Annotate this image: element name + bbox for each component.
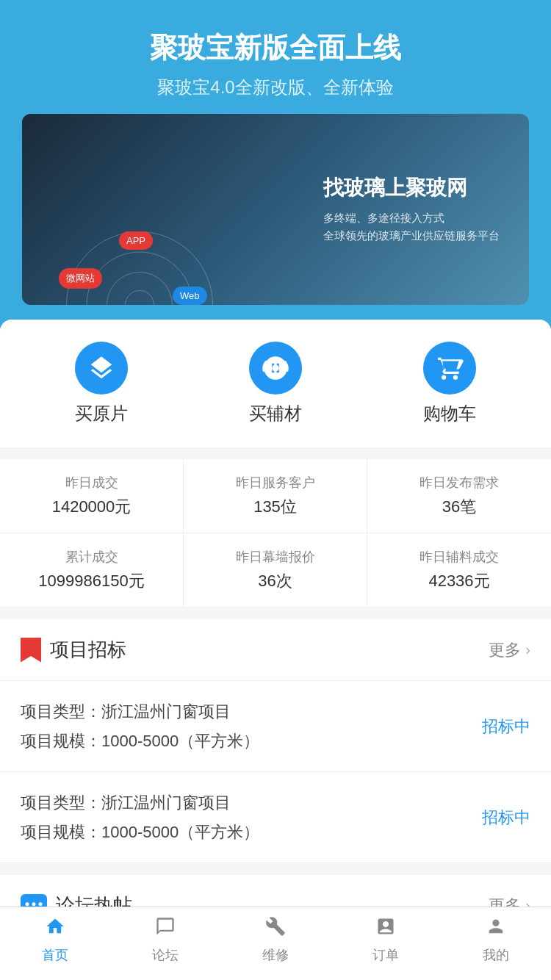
tender-section-title: 项目招标	[21, 637, 126, 663]
stat-5: 昨日辅料成交 42336元	[367, 533, 551, 608]
header-subtitle: 聚玻宝4.0全新改版、全新体验	[15, 76, 536, 99]
action-cart[interactable]: 购物车	[423, 342, 476, 425]
tender-chevron-icon: ›	[525, 641, 530, 658]
nav-forum-label: 论坛	[152, 946, 179, 964]
main-card: 买原片 买辅材 购物车 昨日成交 1420000元	[0, 320, 551, 980]
cart-icon	[423, 342, 476, 394]
stat-1-label: 昨日服务客户	[195, 474, 355, 491]
banner-heading: 找玻璃上聚玻网	[323, 174, 500, 202]
nav-mine[interactable]: 我的	[441, 916, 551, 964]
tender-type-label-1: 项目类型：	[21, 793, 101, 812]
tender-type-value-1: 浙江温州门窗项目	[101, 793, 231, 812]
tender-scale-label-1: 项目规模：	[21, 823, 101, 841]
svg-point-0	[272, 364, 279, 372]
forum-icon	[155, 916, 176, 942]
tender-scale-value-0: 1000-5000（平方米）	[101, 732, 259, 750]
quick-actions: 买原片 买辅材 购物车	[0, 320, 551, 447]
stat-5-label: 昨日辅料成交	[379, 548, 539, 566]
tender-scale-value-1: 1000-5000（平方米）	[101, 823, 259, 841]
nav-order-label: 订单	[372, 946, 399, 964]
nav-order[interactable]: 订单	[331, 916, 441, 964]
nav-forum[interactable]: 论坛	[110, 916, 220, 964]
stat-0-label: 昨日成交	[12, 474, 171, 491]
tender-type-label-0: 项目类型：	[21, 702, 101, 721]
action-buy-material[interactable]: 买辅材	[249, 342, 302, 425]
tender-info-1: 项目类型：浙江温州门窗项目 项目规模：1000-5000（平方米）	[21, 788, 259, 846]
tender-type-value-0: 浙江温州门窗项目	[101, 702, 231, 721]
layers-icon	[75, 342, 128, 394]
banner-text: 找玻璃上聚玻网 多终端、多途径接入方式 全球领先的玻璃产业供应链服务平台	[323, 174, 500, 245]
nav-mine-label: 我的	[483, 946, 509, 964]
broadcast-icon	[249, 342, 302, 394]
header: 聚玻宝新版全面上线 聚玻宝4.0全新改版、全新体验	[0, 0, 551, 114]
nav-home[interactable]: 首页	[0, 916, 110, 964]
tender-status-0: 招标中	[482, 716, 530, 738]
tender-more-link[interactable]: 更多 ›	[489, 639, 530, 661]
stat-4-label: 昨日幕墙报价	[195, 548, 355, 566]
user-icon	[486, 916, 506, 942]
bookmark-icon	[21, 638, 41, 663]
header-title: 聚玻宝新版全面上线	[15, 29, 536, 67]
nav-repair[interactable]: 维修	[220, 916, 331, 964]
banner: APP 微网站 推广 Web 开发 找玻璃上聚玻网 多终端、多途径接入方式 全球…	[22, 114, 529, 305]
tender-scale-label-0: 项目规模：	[21, 732, 101, 750]
stat-0-value: 1420000元	[12, 496, 171, 518]
action-buy-glass-label: 买原片	[75, 402, 128, 425]
tender-more-text: 更多	[489, 639, 521, 661]
stat-1: 昨日服务客户 135位	[184, 459, 367, 533]
tender-section-header: 项目招标 更多 ›	[0, 619, 551, 681]
stat-3: 累计成交 1099986150元	[0, 533, 184, 608]
wrench-icon	[265, 916, 286, 942]
nav-home-label: 首页	[42, 946, 68, 964]
home-icon	[45, 916, 65, 942]
tender-info-0: 项目类型：浙江温州门窗项目 项目规模：1000-5000（平方米）	[21, 697, 259, 755]
tender-item-0[interactable]: 项目类型：浙江温州门窗项目 项目规模：1000-5000（平方米） 招标中	[0, 681, 551, 772]
stat-3-label: 累计成交	[12, 548, 171, 566]
tender-status-1: 招标中	[482, 807, 530, 829]
action-buy-glass[interactable]: 买原片	[75, 342, 128, 425]
stat-4-value: 36次	[195, 570, 355, 592]
action-buy-material-label: 买辅材	[249, 402, 302, 425]
stat-2-value: 36笔	[379, 496, 539, 518]
order-icon	[375, 916, 396, 942]
action-cart-label: 购物车	[423, 402, 476, 425]
bottom-nav: 首页 论坛 维修 订单 我的	[0, 907, 551, 980]
stat-1-value: 135位	[195, 496, 355, 518]
stat-2: 昨日发布需求 36笔	[367, 459, 551, 533]
banner-line1: 多终端、多途径接入方式	[323, 209, 500, 227]
nav-repair-label: 维修	[262, 946, 289, 964]
stats-grid: 昨日成交 1420000元 昨日服务客户 135位 昨日发布需求 36笔 累计成…	[0, 459, 551, 608]
stat-4: 昨日幕墙报价 36次	[184, 533, 367, 608]
tender-title-text: 项目招标	[50, 637, 126, 663]
tender-item-1[interactable]: 项目类型：浙江温州门窗项目 项目规模：1000-5000（平方米） 招标中	[0, 772, 551, 863]
stat-5-value: 42336元	[379, 570, 539, 592]
banner-line2: 全球领先的玻璃产业供应链服务平台	[323, 227, 500, 245]
stat-0: 昨日成交 1420000元	[0, 459, 184, 533]
stat-3-value: 1099986150元	[12, 570, 171, 592]
stat-2-label: 昨日发布需求	[379, 474, 539, 491]
